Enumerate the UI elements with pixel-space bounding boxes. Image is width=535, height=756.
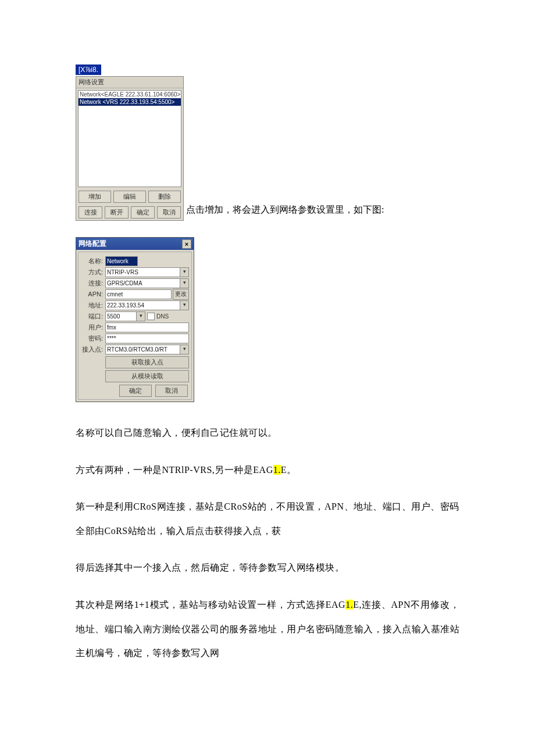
pwd-label: 密码: <box>81 334 105 343</box>
edit-button[interactable]: 编辑 <box>113 191 146 203</box>
cancel-button[interactable]: 取消 <box>157 206 181 218</box>
paragraph: 得后选择其中一个接入点，然后确定，等待参数写入网络模块。 <box>76 556 459 580</box>
dns-checkbox[interactable] <box>147 313 155 320</box>
dns-label: DNS <box>156 313 169 320</box>
chevron-down-icon[interactable]: ▾ <box>180 345 189 354</box>
user-label: 用户: <box>81 323 105 332</box>
cancel-button[interactable]: 取消 <box>155 385 188 397</box>
apn-change-button[interactable]: 更改 <box>173 289 189 300</box>
caption-text: 点击增加，将会进入到网络参数设置里，如下图: <box>186 202 384 221</box>
highlight: 1. <box>273 465 281 475</box>
paragraph: 名称可以自己随意输入，便利自己记住就可以。 <box>76 421 459 445</box>
list-item[interactable]: Network <VRS 222.33.193.54:5500> <box>79 98 181 106</box>
add-button[interactable]: 增加 <box>79 191 111 203</box>
mode-label: 方式: <box>81 268 105 277</box>
apn-field[interactable]: cmnet <box>105 289 172 299</box>
conn-select[interactable]: GPRS/CDMA <box>105 278 180 288</box>
chevron-down-icon[interactable]: ▾ <box>180 267 189 277</box>
apn-label: APN: <box>81 291 105 298</box>
user-field[interactable]: fmx <box>105 323 189 332</box>
chevron-down-icon[interactable]: ▾ <box>180 300 189 310</box>
port-field[interactable]: 5500 <box>105 311 137 321</box>
paragraph: 方式有两种，一种是NTRlP-VRS,另一种是EAG1.E。 <box>76 458 459 482</box>
read-from-module-button[interactable]: 从模块读取 <box>105 370 189 382</box>
addr-field[interactable]: 222.33.193.54 <box>105 300 180 310</box>
chevron-down-icon[interactable]: ▾ <box>137 311 145 321</box>
ap-label: 接入点: <box>81 345 105 354</box>
get-accesspoint-button[interactable]: 获取接入点 <box>105 356 189 368</box>
paragraph: 其次种是网络1+1模式，基站与移动站设置一样，方式选择EAG1.E,连接、APN… <box>76 593 459 665</box>
network-list[interactable]: Network<EAGLE 222.33.61.104:6060> Networ… <box>78 90 181 187</box>
paragraph: 第一种是利用CRoS网连接，基站是CRoS站的，不用设置，APN、地址、端口、用… <box>76 495 459 543</box>
connect-button[interactable]: 连接 <box>79 206 102 218</box>
pwd-field[interactable]: **** <box>105 334 189 343</box>
ok-button[interactable]: 确定 <box>131 206 155 218</box>
win2-title: 网络配置 <box>79 239 106 249</box>
network-settings-window: 网络设置 Network<EAGLE 222.33.61.104:6060> N… <box>76 76 184 221</box>
delete-button[interactable]: 删除 <box>148 191 181 203</box>
port-label: 端口: <box>81 312 105 321</box>
ok-button[interactable]: 确定 <box>119 385 152 397</box>
disconnect-button[interactable]: 断开 <box>105 206 129 218</box>
chevron-down-icon[interactable]: ▾ <box>180 278 189 288</box>
name-label: 名称: <box>81 257 105 266</box>
conn-label: 连接: <box>81 279 105 288</box>
addr-label: 地址: <box>81 301 105 310</box>
highlight: 1. <box>345 600 353 610</box>
network-config-window: 网络配置 × 名称: Network 方式: NTRIP-VRS ▾ 连接: G… <box>76 237 194 402</box>
name-field[interactable]: Network <box>105 256 138 266</box>
list-item[interactable]: Network<EAGLE 222.33.61.104:6060> <box>79 91 181 98</box>
mode-select[interactable]: NTRIP-VRS <box>105 267 180 277</box>
win1-title: 网络设置 <box>76 77 183 88</box>
close-icon[interactable]: × <box>182 239 191 249</box>
header-badge: [X⅞i8. <box>76 65 101 75</box>
ap-select[interactable]: RTCM3.0/RTCM3.0/RT <box>105 345 180 354</box>
